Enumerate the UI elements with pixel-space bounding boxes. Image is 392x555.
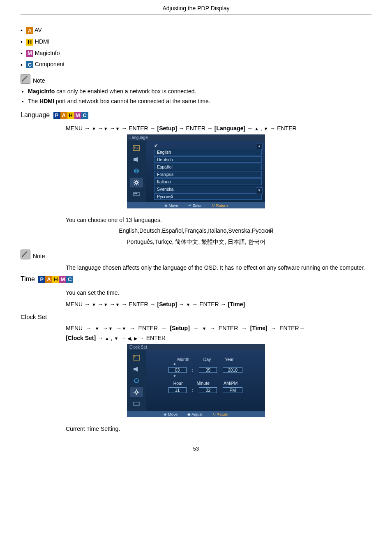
section-clock-set: Clock Set <box>21 313 371 320</box>
osd-nav-picture-icon[interactable] <box>130 353 143 363</box>
osd-nav-setup-icon[interactable] <box>130 387 143 397</box>
value-hour[interactable]: 11 <box>168 387 187 393</box>
osd-side-nav <box>127 350 146 411</box>
svg-rect-26 <box>134 402 139 405</box>
menu-token: MENU <box>66 301 83 308</box>
osd-clockset: Clock Set Month Day Year ▲ 03 : 05 <box>127 344 265 417</box>
note-line: MagicInfo can only be enabled when a net… <box>28 88 371 95</box>
lang-option-english[interactable]: English <box>154 149 262 155</box>
m-icon: M <box>26 50 33 57</box>
menu-path-clockset: MENU → ▼ →▼ →▼ → ENTER → [Setup] → ▼ → E… <box>66 324 371 343</box>
osd-nav-sound-icon[interactable] <box>130 364 143 374</box>
value-minute[interactable]: 02 <box>199 387 217 393</box>
page-number: 53 <box>21 443 371 452</box>
lang-option-svenska[interactable]: Svenska <box>154 186 262 192</box>
svg-line-11 <box>138 184 138 185</box>
svg-point-4 <box>134 170 138 172</box>
label-day: Day <box>203 357 211 362</box>
footer-move: Move <box>164 203 178 208</box>
footer-enter: Enter <box>188 203 202 208</box>
menu-token: [Time] <box>250 325 267 331</box>
osd-footer: Move Adjust Return <box>127 411 265 417</box>
a-icon: A <box>45 276 52 283</box>
note-line: The HDMI port and network box cannot be … <box>28 98 371 104</box>
footer-return: Return <box>212 203 228 208</box>
menu-token: [Language] <box>214 125 245 132</box>
source-list: • A AV • H HDMI • M MagicInfo • C Compon… <box>21 27 371 68</box>
footer-return: Return <box>212 412 228 416</box>
note-heading: Note <box>21 74 371 84</box>
scroll-down-button[interactable]: ▼ <box>256 187 263 194</box>
svg-rect-2 <box>134 158 136 161</box>
language-note-body: The language chosen affects only the lan… <box>66 264 371 272</box>
osd-nav-input-icon[interactable] <box>130 189 143 199</box>
separator: : <box>192 368 194 372</box>
menu-token: [Setup] <box>157 301 177 308</box>
note-icon <box>21 250 30 259</box>
section-language: Language PAHMC <box>21 111 371 119</box>
clockset-body: Current Time Setting. <box>66 425 371 433</box>
c-icon: C <box>81 112 88 119</box>
osd-title: Clock Set <box>127 344 265 350</box>
c-icon: C <box>66 276 73 283</box>
lang-option-espanol[interactable]: Español <box>154 164 262 170</box>
osd-language: Language ▲ ✔English Deutsch Español Fran… <box>127 134 265 208</box>
check-icon: ✔ <box>154 143 158 148</box>
value-year[interactable]: 2010 <box>223 367 242 373</box>
footer-move: Move <box>164 412 178 416</box>
osd-nav-picture-icon[interactable] <box>130 143 143 153</box>
value-month[interactable]: 03 <box>168 367 187 373</box>
language-list-2: Português,Türkçe, 简体中文, 繁體中文, 日本語, 한국어 <box>58 238 334 246</box>
svg-line-12 <box>138 180 138 181</box>
source-label: Component <box>35 61 65 67</box>
svg-rect-16 <box>136 193 137 194</box>
a-icon: A <box>26 27 33 34</box>
osd-nav-input-icon[interactable] <box>130 399 143 409</box>
note-label: Note <box>33 77 45 84</box>
mode-icons: PAHMC <box>38 275 73 283</box>
svg-line-13 <box>134 184 135 185</box>
osd-nav-network-icon[interactable] <box>130 376 143 386</box>
note-pre: The <box>28 98 39 104</box>
menu-token: ENTER <box>146 335 166 341</box>
label-month: Month <box>177 357 189 362</box>
note-label: Note <box>33 253 45 259</box>
osd-nav-sound-icon[interactable] <box>130 155 143 164</box>
note-post: can only be enabled when a network box i… <box>55 88 196 95</box>
value-ampm[interactable]: PM <box>223 387 242 393</box>
source-item-component: • C Component <box>21 61 371 68</box>
notes-list: MagicInfo can only be enabled when a net… <box>21 88 371 104</box>
svg-point-20 <box>134 379 138 383</box>
osd-side-nav <box>127 141 146 202</box>
source-label: AV <box>35 27 42 33</box>
svg-point-21 <box>135 391 138 393</box>
osd-nav-network-icon[interactable] <box>130 166 143 176</box>
source-item-hdmi: • H HDMI <box>21 38 371 46</box>
menu-token: [Time] <box>228 301 245 308</box>
lang-option-russian[interactable]: Русский <box>154 193 262 200</box>
label-minute: Minute <box>196 381 210 386</box>
note-heading: Note <box>21 250 371 259</box>
note-bold: MagicInfo <box>28 88 55 95</box>
section-time: Time PAHMC <box>21 275 371 283</box>
separator: : <box>192 388 194 393</box>
menu-token: [Setup] <box>170 325 190 331</box>
lang-option-francais[interactable]: Français <box>154 171 262 178</box>
svg-point-3 <box>134 169 138 173</box>
page-header: Adjusting the PDP Display <box>21 0 371 14</box>
label-year: Year <box>225 357 233 362</box>
menu-token: ENTER <box>277 125 296 132</box>
menu-token: MENU <box>66 125 83 132</box>
svg-point-18 <box>134 356 136 358</box>
h-icon: H <box>67 112 74 119</box>
menu-token: ENTER <box>199 301 219 308</box>
source-label: MagicInfo <box>35 50 60 56</box>
m-icon: M <box>74 112 81 119</box>
menu-token: ENTER <box>186 125 205 132</box>
label-ampm: AM/PM <box>224 381 238 386</box>
label-hour: Hour <box>173 381 183 386</box>
lang-option-deutsch[interactable]: Deutsch <box>154 156 262 163</box>
osd-nav-setup-icon[interactable] <box>130 178 143 187</box>
lang-option-italiano[interactable]: Italiano <box>154 178 262 185</box>
value-day[interactable]: 05 <box>199 367 217 373</box>
